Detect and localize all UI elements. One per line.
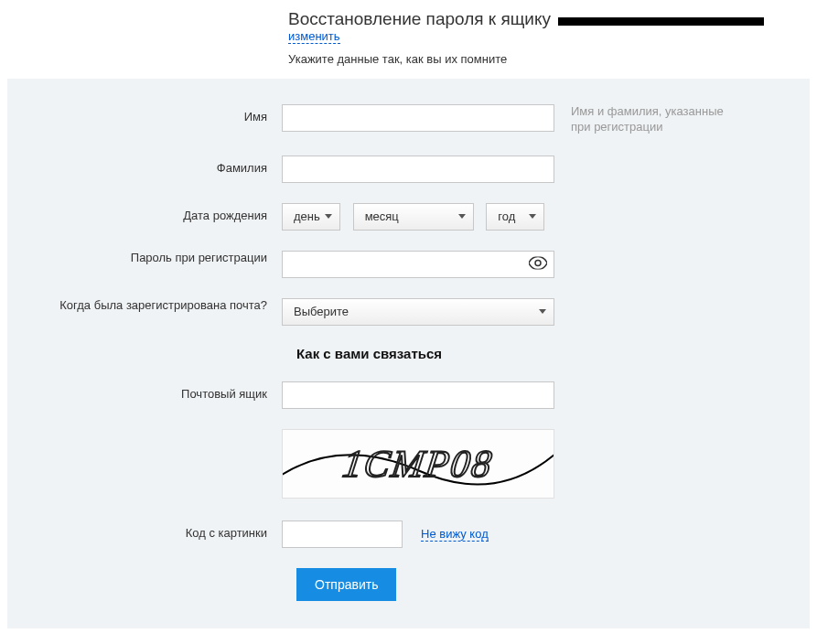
chevron-down-icon	[325, 214, 332, 219]
first-name-input[interactable]	[282, 104, 554, 132]
submit-button[interactable]: Отправить	[296, 568, 396, 601]
captcha-text: 1CMP08	[340, 442, 496, 486]
contact-section-title: Как с вами связаться	[296, 346, 810, 361]
page-title: Восстановление пароля к ящику	[288, 9, 551, 29]
first-name-label: Имя	[7, 104, 282, 123]
captcha-code-input[interactable]	[282, 521, 403, 548]
when-registered-label: Когда была зарегистрирована почта?	[7, 298, 282, 314]
eye-icon[interactable]	[529, 256, 547, 272]
when-registered-value: Выберите	[294, 305, 349, 318]
dob-day-value: день	[294, 209, 320, 223]
change-email-link[interactable]: изменить	[288, 29, 340, 44]
page-subtitle: Укажите данные так, как вы их помните	[288, 52, 817, 66]
mailbox-input[interactable]	[282, 381, 554, 409]
form-header: Восстановление пароля к ящику изменить У…	[0, 0, 817, 79]
dob-month-select[interactable]: месяц	[353, 203, 474, 231]
dob-label: Дата рождения	[7, 203, 282, 222]
password-label: Пароль при регистрации	[7, 251, 282, 266]
svg-point-0	[535, 260, 541, 265]
chevron-down-icon	[529, 214, 536, 219]
captcha-image: 1CMP08	[282, 429, 554, 499]
form-area: Имя Имя и фамилия, указанные при регистр…	[7, 79, 810, 628]
mailbox-label: Почтовый ящик	[7, 381, 282, 401]
dob-day-select[interactable]: день	[282, 203, 340, 231]
cant-see-code-link[interactable]: Не вижу код	[421, 527, 489, 542]
name-hint: Имя и фамилия, указанные при регистрации	[556, 104, 739, 135]
chevron-down-icon	[539, 309, 546, 314]
redacted-email	[558, 17, 764, 26]
dob-year-value: год	[498, 209, 515, 223]
dob-month-value: месяц	[365, 209, 399, 223]
last-name-label: Фамилия	[7, 156, 282, 175]
chevron-down-icon	[458, 214, 466, 219]
last-name-input[interactable]	[282, 156, 554, 183]
captcha-code-label: Код с картинки	[7, 521, 282, 540]
when-registered-select[interactable]: Выберите	[282, 298, 554, 326]
dob-year-select[interactable]: год	[486, 203, 544, 231]
password-input[interactable]	[282, 251, 554, 278]
